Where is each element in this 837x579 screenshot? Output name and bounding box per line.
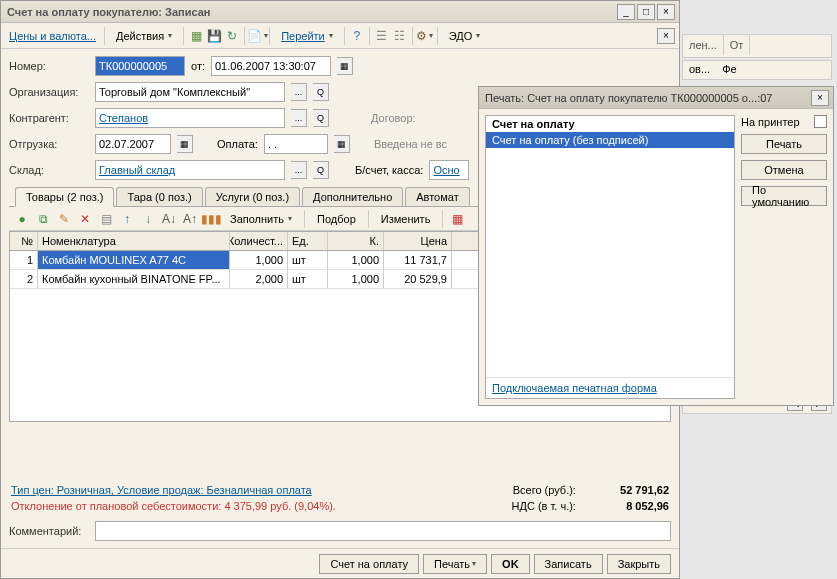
footer-info: Тип цен: Розничная, Условие продаж: Безн… — [1, 478, 679, 522]
col-k[interactable]: К. — [328, 232, 384, 250]
add-copy-icon[interactable]: ⧉ — [34, 210, 52, 228]
gear-icon[interactable]: ⚙ — [417, 28, 433, 44]
window-title: Счет на оплату покупателю: Записан — [5, 6, 617, 18]
org-select-icon[interactable]: ... — [291, 83, 307, 101]
clear-icon[interactable]: ▤ — [97, 210, 115, 228]
save-icon[interactable]: 💾 — [206, 28, 222, 44]
move-up-icon[interactable]: ↑ — [118, 210, 136, 228]
print-item-nosign[interactable]: Счет на оплату (без подписей) — [486, 132, 734, 148]
bank-field[interactable]: Осно — [429, 160, 469, 180]
tab-services[interactable]: Услуги (0 поз.) — [205, 187, 300, 206]
ship-date-field[interactable]: 02.07.2007 — [95, 134, 171, 154]
print-close-icon[interactable]: × — [811, 90, 829, 106]
cp-select-icon[interactable]: ... — [291, 109, 307, 127]
post-icon[interactable]: ▦ — [188, 28, 204, 44]
print-button[interactable]: Печать — [423, 554, 487, 574]
comment-label: Комментарий: — [9, 525, 89, 537]
change-button[interactable]: Изменить — [374, 210, 438, 228]
org-open-icon[interactable]: Q — [313, 83, 329, 101]
print-cancel-button[interactable]: Отмена — [741, 160, 827, 180]
minimize-button[interactable]: _ — [617, 4, 635, 20]
print-titlebar: Печать: Счет на оплату покупателю ТК0000… — [479, 87, 833, 109]
counterparty-label: Контрагент: — [9, 112, 89, 124]
col-name[interactable]: Номенклатура — [38, 232, 230, 250]
tab-goods[interactable]: Товары (2 поз.) — [15, 187, 114, 207]
invoice-button[interactable]: Счет на оплату — [319, 554, 419, 574]
refresh-icon[interactable]: ↻ — [224, 28, 240, 44]
toolbar-close-icon[interactable]: × — [657, 28, 675, 44]
sort-asc-icon[interactable]: A↓ — [160, 210, 178, 228]
select-button[interactable]: Подбор — [310, 210, 363, 228]
tab-additional[interactable]: Дополнительно — [302, 187, 403, 206]
prices-link[interactable]: Цены и валюта... — [5, 30, 100, 42]
close-button-bottom[interactable]: Закрыть — [607, 554, 671, 574]
main-titlebar: Счет на оплату покупателю: Записан _ □ × — [1, 1, 679, 23]
comment-field[interactable] — [95, 521, 671, 541]
print-item-invoice[interactable]: Счет на оплату — [486, 116, 734, 132]
number-field[interactable]: ТК000000005 — [95, 56, 185, 76]
pay-note: Введена не вс — [374, 138, 447, 150]
total-value: 52 791,62 — [579, 484, 669, 496]
tab-tare[interactable]: Тара (0 поз.) — [116, 187, 202, 206]
deviation: Отклонение от плановой себестоимости: 4 … — [11, 500, 336, 512]
bg-tabs: лен...От — [682, 34, 832, 58]
main-toolbar: Цены и валюта... Действия ▦ 💾 ↻ 📄 Перейт… — [1, 23, 679, 49]
print-plugin-link[interactable]: Подключаемая печатная форма — [486, 377, 734, 398]
to-printer-label: На принтер — [741, 116, 800, 128]
col-n[interactable]: № — [10, 232, 38, 250]
wh-open-icon[interactable]: Q — [313, 161, 329, 179]
edo-menu[interactable]: ЭДО — [442, 27, 488, 45]
barcode-icon[interactable]: ▮▮▮ — [202, 210, 220, 228]
date-picker-icon[interactable]: ▦ — [337, 57, 353, 75]
bank-label: Б/счет, касса: — [355, 164, 423, 176]
to-printer-checkbox[interactable] — [814, 115, 827, 128]
print-side: На принтер Печать Отмена По умолчанию — [741, 109, 833, 405]
move-down-icon[interactable]: ↓ — [139, 210, 157, 228]
from-label: от: — [191, 60, 205, 72]
print-default-button[interactable]: По умолчанию — [741, 186, 827, 206]
print-title: Печать: Счет на оплату покупателю ТК0000… — [483, 92, 811, 104]
col-qty[interactable]: Количест... — [230, 232, 288, 250]
fill-menu[interactable]: Заполнить — [223, 210, 299, 228]
edit-icon[interactable]: ✎ — [55, 210, 73, 228]
wh-select-icon[interactable]: ... — [291, 161, 307, 179]
bottom-bar: Счет на оплату Печать OK Записать Закрыт… — [1, 548, 679, 578]
col-unit[interactable]: Ед. — [288, 232, 328, 250]
vat-label: НДС (в т. ч.): — [512, 500, 576, 512]
pay-label: Оплата: — [217, 138, 258, 150]
extra-icon[interactable]: ▦ — [448, 210, 466, 228]
counterparty-field[interactable]: Степанов — [95, 108, 285, 128]
org-field[interactable]: Торговый дом "Комплексный" — [95, 82, 285, 102]
sort-desc-icon[interactable]: A↑ — [181, 210, 199, 228]
close-button[interactable]: × — [657, 4, 675, 20]
date-field[interactable]: 01.06.2007 13:30:07 — [211, 56, 331, 76]
org-label: Организация: — [9, 86, 89, 98]
cp-open-icon[interactable]: Q — [313, 109, 329, 127]
add-icon[interactable]: ● — [13, 210, 31, 228]
basedon-icon[interactable]: 📄 — [249, 28, 265, 44]
bg-tabs2: ов...Фе — [682, 60, 832, 80]
price-type[interactable]: Тип цен: Розничная, Условие продаж: Безн… — [11, 484, 312, 496]
actions-menu[interactable]: Действия — [109, 27, 179, 45]
form2-icon[interactable]: ☷ — [392, 28, 408, 44]
goto-menu[interactable]: Перейти — [274, 27, 340, 45]
help-icon[interactable]: ? — [349, 28, 365, 44]
number-label: Номер: — [9, 60, 89, 72]
print-list: Счет на оплату Счет на оплату (без подпи… — [485, 115, 735, 399]
ship-date-picker-icon[interactable]: ▦ — [177, 135, 193, 153]
tab-auto[interactable]: Автомат — [405, 187, 469, 206]
pay-date-field[interactable]: . . — [264, 134, 328, 154]
form1-icon[interactable]: ☰ — [374, 28, 390, 44]
save-button[interactable]: Записать — [534, 554, 603, 574]
warehouse-field[interactable]: Главный склад — [95, 160, 285, 180]
contract-label: Договор: — [371, 112, 416, 124]
pay-date-picker-icon[interactable]: ▦ — [334, 135, 350, 153]
col-price[interactable]: Цена — [384, 232, 452, 250]
print-do-button[interactable]: Печать — [741, 134, 827, 154]
total-label: Всего (руб.): — [513, 484, 576, 496]
vat-value: 8 052,96 — [579, 500, 669, 512]
ship-label: Отгрузка: — [9, 138, 89, 150]
ok-button[interactable]: OK — [491, 554, 530, 574]
maximize-button[interactable]: □ — [637, 4, 655, 20]
delete-icon[interactable]: ✕ — [76, 210, 94, 228]
